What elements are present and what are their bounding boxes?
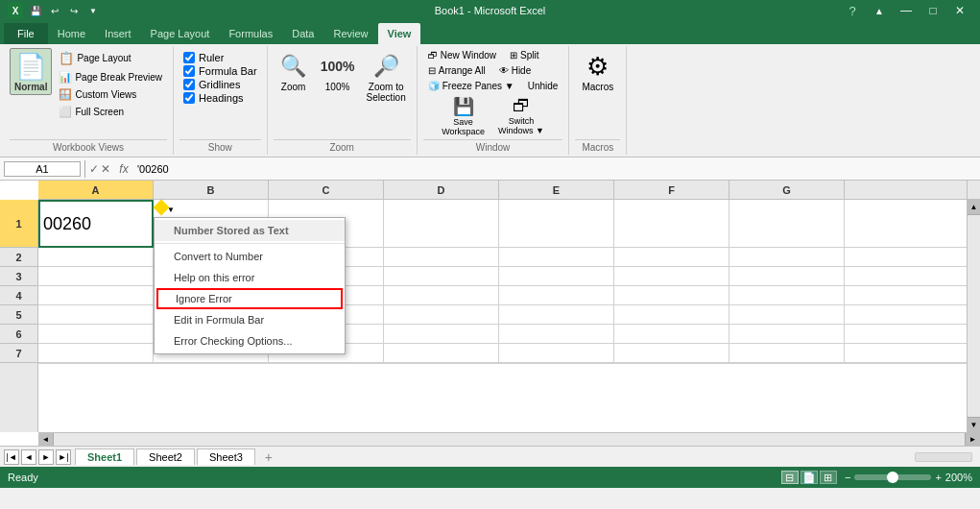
cell-e3[interactable]: [499, 267, 614, 286]
zoom-increase-btn[interactable]: +: [935, 472, 941, 483]
error-dropdown-btn[interactable]: ▼: [167, 206, 175, 214]
zoom-slider[interactable]: [854, 474, 931, 480]
save-workspace-btn[interactable]: 💾 SaveWorkspace: [437, 93, 490, 139]
formula-input[interactable]: [137, 163, 976, 175]
page-break-status-btn[interactable]: ⊞: [820, 471, 837, 484]
row-header-1[interactable]: 1: [0, 200, 38, 248]
freeze-panes-btn[interactable]: 🧊 Freeze Panes ▼: [423, 79, 519, 93]
help-on-error-item[interactable]: Help on this error: [155, 267, 345, 288]
horizontal-scrollbar[interactable]: ◄ ►: [38, 432, 980, 446]
cell-f3[interactable]: [614, 267, 729, 286]
page-layout-status-btn[interactable]: 📄: [801, 471, 818, 484]
scroll-up-btn[interactable]: ▲: [968, 200, 980, 215]
zoom-selection-btn[interactable]: 🔎 Zoom toSelection: [362, 48, 411, 106]
split-btn[interactable]: ⊞ Split: [505, 48, 543, 62]
scroll-left-btn[interactable]: ◄: [38, 433, 54, 446]
cell-d7[interactable]: [384, 344, 499, 363]
tab-formulas[interactable]: Formulas: [219, 23, 282, 44]
undo-quick-btn[interactable]: ↩: [46, 2, 63, 19]
maximize-btn[interactable]: □: [920, 2, 945, 19]
normal-view-status-btn[interactable]: ⊟: [781, 471, 799, 484]
cell-f2[interactable]: [614, 248, 729, 267]
page-layout-btn[interactable]: 📋 Page Layout: [54, 48, 167, 68]
cell-d3[interactable]: [384, 267, 499, 286]
ruler-checkbox[interactable]: [183, 52, 195, 63]
switch-windows-btn[interactable]: 🗗 SwitchWindows ▼: [493, 93, 549, 139]
col-header-b[interactable]: B: [154, 181, 269, 200]
new-window-btn[interactable]: 🗗 New Window: [423, 48, 501, 62]
headings-checkbox[interactable]: [183, 92, 195, 104]
col-header-d[interactable]: D: [384, 181, 499, 200]
row-header-6[interactable]: 6: [0, 325, 38, 344]
cell-d5[interactable]: [384, 305, 499, 325]
cell-a6[interactable]: [38, 325, 154, 344]
edit-in-formula-bar-item[interactable]: Edit in Formula Bar: [155, 309, 345, 330]
cell-d2[interactable]: [384, 248, 499, 267]
sheet-nav-next[interactable]: ►: [38, 449, 54, 465]
sheet-tab-3[interactable]: Sheet3: [197, 448, 255, 465]
cell-f7[interactable]: [614, 344, 729, 363]
cell-e5[interactable]: [499, 305, 614, 325]
headings-check[interactable]: Headings: [183, 92, 257, 104]
help-btn[interactable]: ?: [840, 2, 865, 19]
tab-insert[interactable]: Insert: [95, 23, 141, 44]
cell-d4[interactable]: [384, 286, 499, 305]
cell-e7[interactable]: [499, 344, 614, 363]
cell-e1[interactable]: [499, 200, 614, 248]
full-screen-btn[interactable]: ⬜ Full Screen: [54, 104, 167, 120]
page-break-btn[interactable]: 📊 Page Break Preview: [54, 69, 167, 85]
custom-views-btn[interactable]: 🪟 Custom Views: [54, 86, 167, 103]
sheet-nav-prev[interactable]: ◄: [21, 449, 36, 465]
cell-a3[interactable]: [38, 267, 154, 286]
tab-page-layout[interactable]: Page Layout: [141, 23, 220, 44]
cell-g4[interactable]: [729, 286, 845, 305]
col-header-e[interactable]: E: [499, 181, 614, 200]
cell-g6[interactable]: [729, 325, 845, 344]
formula-cancel-btn[interactable]: ✕: [101, 162, 110, 176]
cell-a5[interactable]: [38, 305, 154, 325]
cell-f1[interactable]: [614, 200, 729, 248]
cell-d1[interactable]: [384, 200, 499, 248]
cell-e2[interactable]: [499, 248, 614, 267]
close-btn[interactable]: ✕: [947, 2, 972, 19]
gridlines-checkbox[interactable]: [183, 79, 195, 90]
tab-home[interactable]: Home: [48, 23, 95, 44]
cell-g1[interactable]: [729, 200, 845, 248]
sheet-nav-last[interactable]: ►|: [56, 449, 71, 465]
unhide-btn[interactable]: Unhide: [523, 79, 563, 93]
minimize-btn[interactable]: —: [894, 2, 919, 19]
scroll-right-btn[interactable]: ►: [965, 433, 980, 446]
arrange-all-btn[interactable]: ⊟ Arrange All: [423, 63, 490, 78]
row-header-5[interactable]: 5: [0, 305, 38, 325]
redo-quick-btn[interactable]: ↪: [65, 2, 83, 19]
row-header-7[interactable]: 7: [0, 344, 38, 363]
sheet-hscroll-track[interactable]: [915, 452, 972, 462]
quick-access-more[interactable]: ▼: [84, 2, 102, 19]
cell-f4[interactable]: [614, 286, 729, 305]
cell-f6[interactable]: [614, 325, 729, 344]
vertical-scrollbar[interactable]: ▲ ▼: [967, 200, 980, 432]
sheet-nav-first[interactable]: |◄: [4, 449, 19, 465]
error-indicator[interactable]: [155, 202, 167, 213]
formula-check-btn[interactable]: ✓: [89, 162, 99, 176]
error-checking-options-item[interactable]: Error Checking Options...: [155, 330, 345, 351]
tab-data[interactable]: Data: [282, 23, 323, 44]
cell-a4[interactable]: [38, 286, 154, 305]
col-header-c[interactable]: C: [269, 181, 384, 200]
cell-a1[interactable]: 00260: [38, 200, 154, 248]
cell-reference-box[interactable]: [4, 161, 81, 177]
zoom-decrease-btn[interactable]: −: [845, 472, 850, 483]
ruler-check[interactable]: Ruler: [183, 52, 257, 63]
add-sheet-btn[interactable]: +: [257, 448, 280, 467]
col-header-f[interactable]: F: [614, 181, 729, 200]
row-header-3[interactable]: 3: [0, 267, 38, 286]
macros-btn[interactable]: ⚙ Macros: [577, 48, 618, 95]
cell-f5[interactable]: [614, 305, 729, 325]
tab-file[interactable]: File: [4, 23, 48, 44]
zoom-100-btn[interactable]: 100% 100%: [318, 48, 358, 95]
cell-e4[interactable]: [499, 286, 614, 305]
formula-bar-checkbox[interactable]: [183, 65, 195, 77]
sheet-tab-2[interactable]: Sheet2: [136, 448, 195, 465]
cell-g7[interactable]: [729, 344, 845, 363]
gridlines-check[interactable]: Gridlines: [183, 79, 257, 90]
